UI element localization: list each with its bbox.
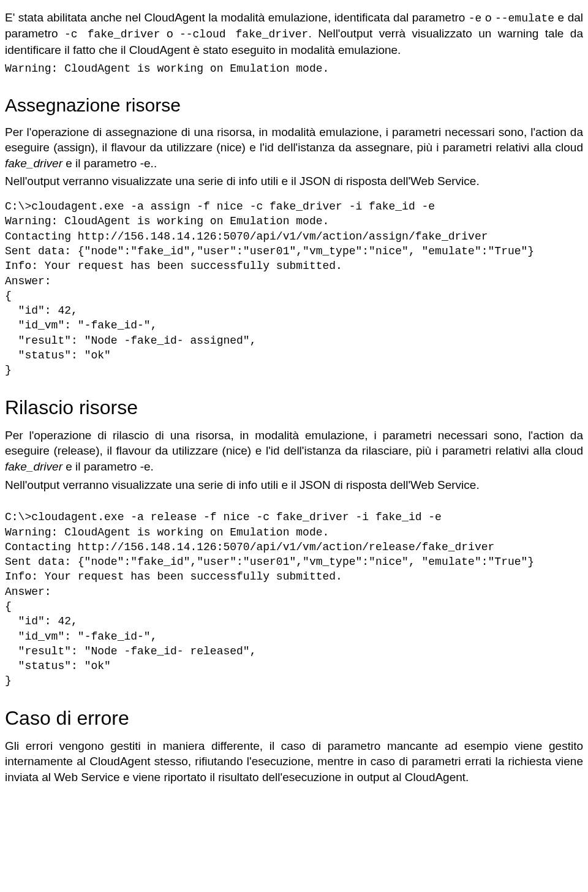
- intro-code-1: -e: [469, 12, 482, 25]
- intro-warning-code: Warning: CloudAgent is working on Emulat…: [5, 61, 583, 76]
- document-page: E' stata abilitata anche nel CloudAgent …: [0, 0, 588, 812]
- error-paragraph: Gli errori vengono gestiti in maniera di…: [5, 738, 583, 785]
- assign-text-a: Per l'operazione di assegnazione di una …: [5, 126, 583, 154]
- heading-assign: Assegnazione risorse: [5, 95, 583, 116]
- heading-error: Caso di errore: [5, 707, 583, 730]
- release-text-a: Per l'operazione di rilascio di una riso…: [5, 429, 583, 458]
- assign-paragraph-1: Per l'operazione di assegnazione di una …: [5, 124, 583, 172]
- release-paragraph-2: Nell'output verranno visualizzate una se…: [5, 477, 583, 493]
- intro-paragraph: E' stata abilitata anche nel CloudAgent …: [5, 10, 583, 58]
- release-paragraph-1: Per l'operazione di rilascio di una riso…: [5, 428, 583, 475]
- assign-italic: fake_driver: [5, 157, 62, 170]
- intro-code-4: --cloud fake_driver: [179, 28, 308, 40]
- assign-code-block: C:\>cloudagent.exe -a assign -f nice -c …: [5, 199, 583, 378]
- release-text-b: e il parametro -e.: [62, 460, 154, 473]
- release-italic: fake_driver: [5, 460, 62, 473]
- intro-text-b: o: [481, 11, 495, 24]
- intro-code-2: --emulate: [495, 12, 554, 25]
- assign-text-b: e il parametro -e..: [62, 157, 157, 170]
- release-code-block: C:\>cloudagent.exe -a release -f nice -c…: [5, 510, 583, 689]
- intro-code-3: -c fake_driver: [64, 28, 160, 40]
- intro-text-d: o: [160, 27, 179, 40]
- intro-text-a: E' stata abilitata anche nel CloudAgent …: [5, 11, 469, 24]
- assign-paragraph-2: Nell'output verranno visualizzate una se…: [5, 173, 583, 189]
- heading-release: Rilascio risorse: [5, 396, 583, 419]
